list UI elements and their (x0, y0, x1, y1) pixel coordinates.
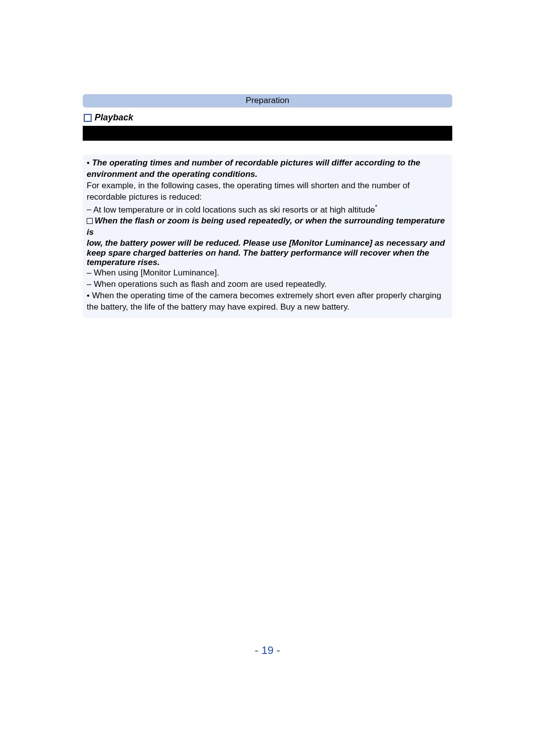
note-line: environment and the operating conditions… (87, 169, 448, 180)
table-header-value: Approx. 240 min (199, 126, 452, 141)
playback-table: Playback time Approx. 240 min (83, 126, 452, 141)
hollow-square-icon (87, 218, 93, 224)
note-dash-flashzoom: When operations such as flash and zoom a… (87, 279, 448, 290)
table-header-left: Playback time (83, 126, 199, 141)
note-text: When the operating time of the camera be… (87, 291, 441, 312)
subsection-row: Playback (83, 112, 452, 123)
note-line: keep spare charged batteries on hand. Th… (87, 248, 448, 258)
note-example: For example, in the following cases, the… (87, 180, 448, 203)
note-text: When operations such as flash and zoom a… (94, 279, 326, 289)
note-bullet-1: • The operating times and number of reco… (87, 158, 448, 169)
dash-icon (87, 268, 94, 277)
page-number: - 19 - (0, 644, 535, 657)
table-header-left-text: Playback time (112, 128, 168, 138)
note-dash-lowtemp: At low temperature or in cold locations … (87, 203, 448, 216)
note-line: When the flash or zoom is being used rep… (87, 216, 445, 237)
dot-bullet-icon: • (87, 290, 92, 302)
section-header: Preparation (83, 94, 452, 108)
note-text: When using [Monitor Luminance]. (94, 268, 219, 277)
cold-note-block: When the flash or zoom is being used rep… (87, 216, 448, 238)
table-row: Playback time Approx. 240 min (83, 126, 452, 141)
note-dash-monitor: When using [Monitor Luminance]. (87, 268, 448, 279)
footnote-marker: * (375, 204, 377, 211)
table-value-text: Approx. 240 min (292, 128, 358, 138)
notes-box: • The operating times and number of reco… (83, 155, 452, 318)
dash-icon (87, 279, 94, 289)
note-line: temperature rises. (87, 258, 448, 268)
subsection-title: Playback (95, 112, 133, 123)
square-bullet-icon (84, 114, 92, 122)
note-line: The operating times and number of record… (92, 158, 421, 167)
content-area: Preparation Playback Playback time Appro… (83, 94, 452, 318)
note-text: At low temperature or in cold locations … (93, 205, 375, 214)
document-page: Preparation Playback Playback time Appro… (0, 0, 535, 756)
section-title: Preparation (246, 96, 289, 105)
note-bullet-2: • When the operating time of the camera … (87, 290, 448, 313)
note-line: low, the battery power will be reduced. … (87, 238, 448, 248)
dash-icon (87, 205, 93, 214)
dot-bullet-icon: • (87, 158, 92, 169)
